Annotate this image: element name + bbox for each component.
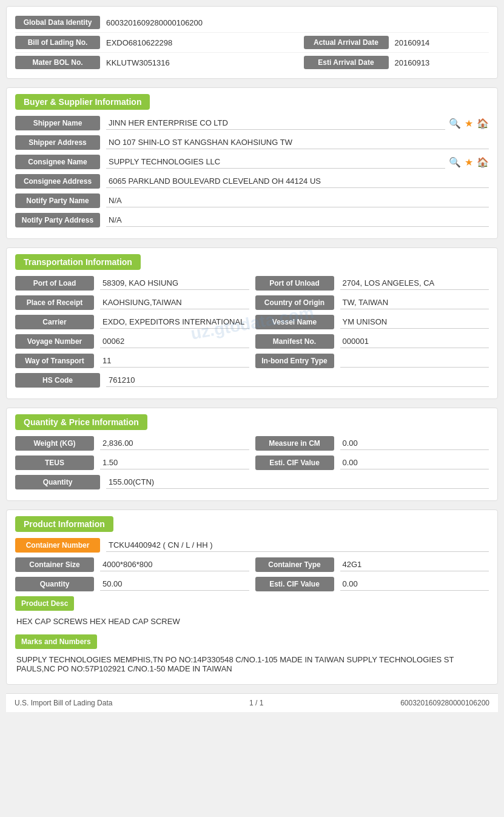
manifest-no-label: Manifest No. <box>255 334 334 349</box>
hs-code-label: HS Code <box>15 373 100 388</box>
actual-arrival-date-value: 20160914 <box>395 38 489 47</box>
bill-of-lading-label: Bill of Lading No. <box>15 36 100 49</box>
mater-bol-row: Mater BOL No. KKLUTW3051316 Esti Arrival… <box>15 53 489 72</box>
measure-in-cm-col: Measure in CM 0.00 <box>255 436 489 451</box>
in-bond-entry-col: In-bond Entry Type <box>255 354 489 368</box>
container-size-col: Container Size 4000*806*800 <box>15 557 249 572</box>
notify-party-address-label: Notify Party Address <box>15 213 100 227</box>
voyage-number-value: 00062 <box>100 335 249 348</box>
product-esti-cif-value: 0.00 <box>340 577 489 591</box>
shipper-name-icons: 🔍 ★ 🏠 <box>449 118 489 129</box>
product-desc-text: HEX CAP SCREWS HEX HEAD CAP SCREW <box>15 614 489 631</box>
teus-col: TEUS 1.50 <box>15 456 249 470</box>
vessel-name-value: YM UNISON <box>340 315 489 329</box>
consignee-address-label: Consignee Address <box>15 174 100 189</box>
home-icon[interactable]: 🏠 <box>477 118 489 129</box>
shipper-name-value: JINN HER ENTERPRISE CO LTD <box>106 116 445 130</box>
home-icon-2[interactable]: 🏠 <box>477 156 489 168</box>
footer-left: U.S. Import Bill of Lading Data <box>15 699 112 707</box>
consignee-address-value: 6065 PARKLAND BOULEVARD CLEVELAND OH 441… <box>106 175 489 188</box>
container-type-label: Container Type <box>255 557 334 572</box>
container-size-value: 4000*806*800 <box>100 558 249 571</box>
weight-kg-label: Weight (KG) <box>15 436 94 451</box>
voyage-manifest-row: Voyage Number 00062 Manifest No. 000001 <box>15 334 489 349</box>
way-inbond-row: Way of Transport 11 In-bond Entry Type <box>15 354 489 368</box>
port-of-unload-col: Port of Unload 2704, LOS ANGELES, CA <box>255 276 489 291</box>
teus-value: 1.50 <box>100 456 249 469</box>
notify-party-name-value: N/A <box>106 194 489 207</box>
voyage-number-col: Voyage Number 00062 <box>15 334 249 349</box>
actual-arrival-date-label: Actual Arrival Date <box>304 36 389 49</box>
consignee-address-row: Consignee Address 6065 PARKLAND BOULEVAR… <box>15 174 489 189</box>
bill-of-lading-value: EXDO6810622298 <box>106 38 298 47</box>
voyage-number-label: Voyage Number <box>15 334 94 349</box>
carrier-value: EXDO, EXPEDITORS INTERNATIONAL <box>100 315 249 329</box>
global-data-identity-label: Global Data Identity <box>15 16 100 29</box>
place-of-receipt-col: Place of Receipt KAOHSIUNG,TAIWAN <box>15 295 249 310</box>
vessel-name-label: Vessel Name <box>255 315 334 329</box>
port-load-unload-row: Port of Load 58309, KAO HSIUNG Port of U… <box>15 276 489 291</box>
footer-center: 1 / 1 <box>249 699 263 707</box>
search-icon-2[interactable]: 🔍 <box>449 156 461 168</box>
vessel-name-col: Vessel Name YM UNISON <box>255 315 489 329</box>
port-of-unload-value: 2704, LOS ANGELES, CA <box>340 277 489 290</box>
esti-cif-value-value: 0.00 <box>340 456 489 469</box>
teus-esti-row: TEUS 1.50 Esti. CIF Value 0.00 <box>15 456 489 470</box>
product-quantity-value: 50.00 <box>100 577 249 591</box>
marks-and-numbers-text: SUPPLY TECHNOLOGIES MEMPHIS,TN PO NO:14P… <box>15 653 489 678</box>
notify-party-name-label: Notify Party Name <box>15 193 100 208</box>
notify-party-name-row: Notify Party Name N/A <box>15 193 489 208</box>
search-icon[interactable]: 🔍 <box>449 118 461 129</box>
buyer-supplier-header: Buyer & Supplier Information <box>15 94 150 110</box>
country-of-origin-col: Country of Origin TW, TAIWAN <box>255 295 489 310</box>
container-size-label: Container Size <box>15 557 94 572</box>
marks-and-numbers-row: Marks and Numbers SUPPLY TECHNOLOGIES ME… <box>15 634 489 678</box>
way-of-transport-value: 11 <box>100 354 249 368</box>
footer: U.S. Import Bill of Lading Data 1 / 1 60… <box>6 693 498 712</box>
in-bond-entry-type-label: In-bond Entry Type <box>255 354 334 368</box>
actual-arrival-pair: Actual Arrival Date 20160914 <box>298 36 489 49</box>
country-of-origin-label: Country of Origin <box>255 295 334 310</box>
star-icon-2[interactable]: ★ <box>465 156 473 168</box>
esti-arrival-date-value: 20160913 <box>395 58 489 67</box>
measure-in-cm-value: 0.00 <box>340 437 489 450</box>
container-size-type-row: Container Size 4000*806*800 Container Ty… <box>15 557 489 572</box>
weight-kg-col: Weight (KG) 2,836.00 <box>15 436 249 451</box>
star-icon[interactable]: ★ <box>465 118 473 129</box>
country-of-origin-value: TW, TAIWAN <box>340 296 489 309</box>
esti-arrival-date-label: Esti Arrival Date <box>304 56 389 69</box>
measure-in-cm-label: Measure in CM <box>255 436 334 451</box>
shipper-address-value: NO 107 SHIN-LO ST KANGSHAN KAOHSIUNG TW <box>106 136 489 149</box>
container-number-value: TCKU4400942 ( CN / L / HH ) <box>106 539 489 552</box>
mater-bol-value: KKLUTW3051316 <box>106 58 298 67</box>
consignee-name-row: Consignee Name SUPPLY TECHNOLOGIES LLC 🔍… <box>15 155 489 169</box>
teus-label: TEUS <box>15 456 94 470</box>
identity-card: Global Data Identity 6003201609280000106… <box>6 6 498 79</box>
marks-and-numbers-label: Marks and Numbers <box>15 634 97 649</box>
notify-party-address-row: Notify Party Address N/A <box>15 213 489 227</box>
port-of-load-value: 58309, KAO HSIUNG <box>100 277 249 290</box>
way-of-transport-label: Way of Transport <box>15 354 94 368</box>
esti-cif-value-label: Esti. CIF Value <box>255 456 334 470</box>
weight-kg-value: 2,836.00 <box>100 437 249 450</box>
consignee-name-value: SUPPLY TECHNOLOGIES LLC <box>106 155 445 169</box>
transportation-header: Transportation Information <box>15 254 141 270</box>
manifest-no-value: 000001 <box>340 335 489 348</box>
weight-measure-row: Weight (KG) 2,836.00 Measure in CM 0.00 <box>15 436 489 451</box>
quantity-price-card: Quantity & Price Information Weight (KG)… <box>6 408 498 501</box>
container-number-label: Container Number <box>15 538 100 553</box>
quantity-value: 155.00(CTN) <box>106 476 489 489</box>
global-data-identity-row: Global Data Identity 6003201609280000106… <box>15 13 489 33</box>
product-header: Product Information <box>15 516 113 532</box>
notify-party-address-value: N/A <box>106 213 489 227</box>
port-of-load-label: Port of Load <box>15 276 94 291</box>
footer-right: 600320160928000010620​0 <box>400 699 489 707</box>
container-type-value: 42G1 <box>340 558 489 571</box>
mater-bol-label: Mater BOL No. <box>15 56 100 69</box>
hs-code-value: 761210 <box>106 374 489 387</box>
product-quantity-col: Quantity 50.00 <box>15 577 249 591</box>
esti-arrival-pair: Esti Arrival Date 20160913 <box>298 56 489 69</box>
buyer-supplier-card: Buyer & Supplier Information Shipper Nam… <box>6 87 498 239</box>
carrier-label: Carrier <box>15 315 94 329</box>
quantity-price-header: Quantity & Price Information <box>15 414 147 430</box>
